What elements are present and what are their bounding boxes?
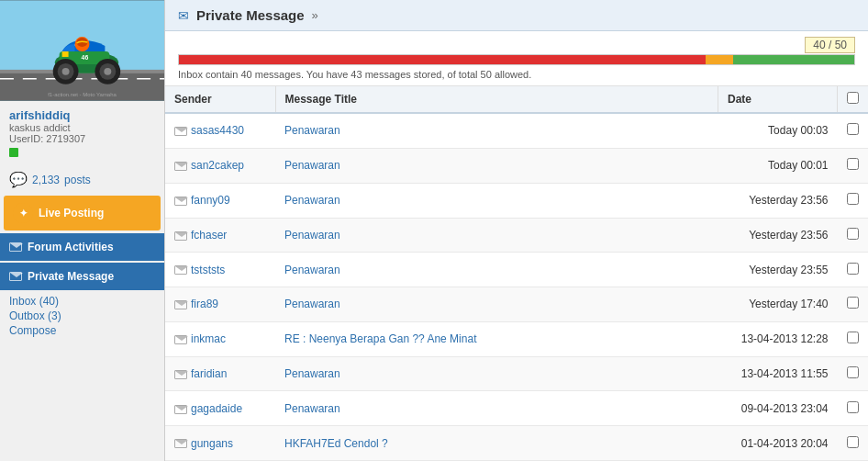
envelope-icon (174, 335, 187, 344)
checkbox-cell (838, 148, 869, 183)
message-title-cell: HKFAH7Ed Cendol ? (275, 426, 718, 461)
envelope-icon (174, 300, 187, 309)
sidebar: 46 f1-action.net - Moto Yamaha arifshidd… (0, 0, 165, 461)
forum-activities-button[interactable]: Forum Activities (0, 233, 164, 261)
sender-cell: gungans (165, 426, 275, 461)
sender-cell: inkmac (165, 321, 275, 356)
table-row: fira89PenawaranYesterday 17:40 (165, 287, 868, 322)
check-all-checkbox[interactable] (847, 92, 859, 104)
username[interactable]: arifshiddiq (9, 108, 155, 122)
envelope-icon (174, 265, 187, 275)
forum-activities-icon (9, 242, 22, 252)
live-posting-label: Live Posting (39, 207, 104, 219)
row-checkbox[interactable] (847, 193, 859, 205)
live-posting-icon: ✦ (13, 203, 33, 223)
table-row: san2cakepPenawaranToday 00:01 (165, 148, 868, 183)
user-info: arifshiddiq kaskus addict UserID: 271930… (0, 101, 164, 167)
checkbox-cell (838, 113, 869, 148)
table-header-row: Sender Message Title Date (165, 86, 868, 113)
posts-count: 2,133 (32, 174, 60, 186)
envelope-icon (174, 439, 187, 448)
table-row: sasas4430PenawaranToday 00:03 (165, 113, 868, 148)
sender-link[interactable]: sasas4430 (191, 124, 244, 137)
pm-header-icon: ✉ (178, 8, 189, 23)
message-title-link[interactable]: HKFAH7Ed Cendol ? (284, 437, 388, 450)
storage-bar-free (733, 55, 854, 64)
sender-cell: tstststs (165, 253, 275, 287)
sender-link[interactable]: faridian (191, 367, 227, 380)
envelope-icon (174, 162, 187, 171)
col-check-all-header[interactable] (838, 86, 869, 113)
sender-cell: gagadaide (165, 391, 275, 426)
sender-link[interactable]: fira89 (191, 298, 218, 310)
table-row: inkmacRE : Neenya Berapa Gan ?? Ane Mina… (165, 321, 868, 356)
storage-bar-used (179, 55, 706, 64)
row-checkbox[interactable] (847, 263, 859, 275)
message-title-link[interactable]: Penawaran (284, 264, 340, 276)
svg-point-8 (62, 68, 70, 75)
message-title-cell: RE : Neenya Berapa Gan ?? Ane Minat (275, 321, 718, 356)
sender-cell: fira89 (165, 287, 275, 322)
message-title-link[interactable]: Penawaran (284, 194, 340, 207)
svg-point-11 (104, 68, 111, 75)
envelope-icon (174, 127, 187, 136)
sender-link[interactable]: fchaser (191, 229, 227, 242)
private-message-button[interactable]: Private Message (0, 263, 164, 290)
forum-activities-label: Forum Activities (28, 241, 114, 253)
compose-link[interactable]: Compose (9, 324, 155, 337)
date-cell: 13-04-2013 11:55 (718, 356, 838, 391)
row-checkbox[interactable] (847, 297, 859, 309)
table-row: tstststsPenawaranYesterday 23:55 (165, 253, 868, 287)
message-title-link[interactable]: Penawaran (284, 402, 340, 415)
live-posting-button[interactable]: ✦ Live Posting (4, 196, 161, 230)
storage-bar (178, 54, 855, 65)
message-title-link[interactable]: Penawaran (284, 298, 340, 310)
row-checkbox[interactable] (847, 366, 859, 378)
row-checkbox[interactable] (847, 332, 859, 343)
posts-label: posts (64, 174, 91, 186)
sender-link[interactable]: gungans (191, 437, 233, 450)
chat-icon: 💬 (9, 171, 28, 188)
user-avatar: 46 f1-action.net - Moto Yamaha (0, 0, 164, 101)
online-indicator (9, 148, 18, 157)
row-checkbox[interactable] (847, 401, 859, 413)
envelope-icon (174, 197, 187, 206)
date-cell: Yesterday 17:40 (718, 287, 838, 322)
col-title-header: Message Title (275, 86, 718, 113)
table-row: fchaserPenawaranYesterday 23:56 (165, 218, 868, 253)
outbox-link[interactable]: Outbox (3) (9, 309, 155, 322)
checkbox-cell (838, 321, 869, 356)
checkbox-cell (838, 356, 869, 391)
message-title-link[interactable]: Penawaran (284, 124, 340, 137)
sender-cell: sasas4430 (165, 113, 275, 148)
checkbox-cell (838, 391, 869, 426)
checkbox-cell (838, 253, 869, 287)
sender-link[interactable]: san2cakep (191, 159, 244, 172)
sender-link[interactable]: fanny09 (191, 194, 230, 207)
row-checkbox[interactable] (847, 158, 859, 170)
main-content: ✉ Private Message » 40 / 50 Inbox contai… (165, 0, 868, 461)
sender-cell: san2cakep (165, 148, 275, 183)
sender-link[interactable]: tstststs (191, 264, 225, 276)
message-title-link[interactable]: Penawaran (284, 159, 340, 172)
date-cell: Today 00:01 (718, 148, 838, 183)
inbox-link[interactable]: Inbox (40) (9, 295, 155, 308)
row-checkbox[interactable] (847, 123, 859, 135)
sender-cell: fchaser (165, 218, 275, 253)
row-checkbox[interactable] (847, 436, 859, 448)
date-cell: 01-04-2013 20:04 (718, 426, 838, 461)
date-cell: 13-04-2013 12:28 (718, 321, 838, 356)
message-title-link[interactable]: Penawaran (284, 367, 340, 380)
row-checkbox[interactable] (847, 228, 859, 240)
sender-link[interactable]: inkmac (191, 332, 226, 345)
page-header: ✉ Private Message » (165, 0, 868, 31)
private-message-label: Private Message (28, 270, 114, 283)
table-row: gagadaidePenawaran09-04-2013 23:04 (165, 391, 868, 426)
message-title-link[interactable]: RE : Neenya Berapa Gan ?? Ane Minat (284, 332, 476, 345)
svg-text:f1-action.net - Moto Yamaha: f1-action.net - Moto Yamaha (48, 92, 117, 97)
message-title-link[interactable]: Penawaran (284, 229, 340, 242)
checkbox-cell (838, 287, 869, 322)
storage-info-text: Inbox contain 40 messages. You have 43 m… (178, 69, 855, 80)
envelope-icon (174, 405, 187, 414)
sender-link[interactable]: gagadaide (191, 402, 242, 415)
